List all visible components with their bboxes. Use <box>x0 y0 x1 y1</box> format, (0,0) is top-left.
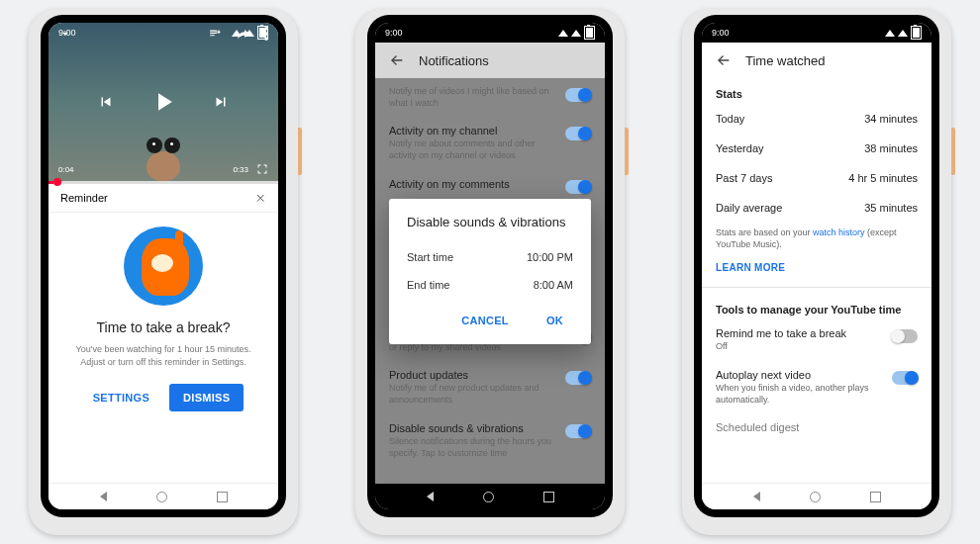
screen-2: 9:00 Notifications Notify me of videos I… <box>375 23 605 509</box>
toggle-switch[interactable] <box>892 371 918 385</box>
close-icon[interactable] <box>254 192 266 204</box>
divider <box>702 287 931 288</box>
notification-row[interactable]: Activity on my comments <box>375 170 605 202</box>
signal-icon <box>245 30 254 37</box>
screen-1: 9:00 0:0 <box>49 23 278 509</box>
toggle-switch[interactable] <box>565 424 591 438</box>
nav-back-icon[interactable] <box>753 492 760 501</box>
toggle-switch[interactable] <box>565 127 591 140</box>
nav-home-icon[interactable] <box>810 492 821 502</box>
notification-row[interactable]: Activity on my channelNotify me about co… <box>375 117 605 169</box>
stats-heading: Stats <box>702 78 931 104</box>
back-icon[interactable] <box>716 52 732 68</box>
notification-row[interactable]: Notify me of videos I might like based o… <box>375 78 605 117</box>
break-illustration <box>124 227 203 306</box>
watch-history-link[interactable]: watch history <box>813 227 865 237</box>
stat-row: Yesterday38 minutes <box>702 134 931 163</box>
break-subtitle: You've been watching for 1 hour 15 minut… <box>75 343 250 368</box>
nav-home-icon[interactable] <box>156 492 167 502</box>
page-title: Time watched <box>745 53 825 68</box>
battery-icon <box>257 26 268 40</box>
nav-recent-icon[interactable] <box>217 492 228 502</box>
signal-icon <box>898 30 908 37</box>
nav-recent-icon[interactable] <box>870 492 881 502</box>
tools-heading: Tools to manage your YouTube time <box>702 294 931 319</box>
status-time: 9:00 <box>385 28 403 38</box>
video-player[interactable]: 0:04 0:33 <box>49 23 278 181</box>
cancel-button[interactable]: CANCEL <box>451 307 519 334</box>
page-header: Time watched <box>702 43 931 78</box>
next-icon[interactable] <box>212 93 230 111</box>
reminder-label: Reminder <box>60 192 108 204</box>
tool-row[interactable]: Autoplay next videoWhen you finish a vid… <box>702 361 931 413</box>
learn-more-link[interactable]: LEARN MORE <box>702 254 931 281</box>
video-progress[interactable] <box>49 181 278 184</box>
end-time-row[interactable]: End time8:00 AM <box>407 271 573 299</box>
status-time: 9:00 <box>712 28 730 38</box>
dismiss-button[interactable]: DISMISS <box>169 384 244 411</box>
phone-mockup-1: 9:00 0:0 <box>29 9 298 535</box>
wifi-icon <box>885 30 895 37</box>
stats-note: Stats are based on your watch history (e… <box>702 223 931 254</box>
previous-icon[interactable] <box>97 93 115 111</box>
tool-row[interactable]: Remind me to take a breakOff <box>702 319 931 361</box>
wifi-icon <box>558 30 568 37</box>
toggle-switch[interactable] <box>892 329 918 343</box>
signal-icon <box>571 30 581 37</box>
dialog-title: Disable sounds & vibrations <box>407 215 573 229</box>
screen-3: 9:00 Time watched Stats Today34 minutes … <box>702 23 931 509</box>
start-time-row[interactable]: Start time10:00 PM <box>407 243 573 271</box>
toggle-switch[interactable] <box>565 180 591 194</box>
ok-button[interactable]: OK <box>537 307 573 334</box>
status-bar: 9:00 <box>49 23 278 43</box>
phone-mockup-3: 9:00 Time watched Stats Today34 minutes … <box>682 9 951 535</box>
nav-home-icon[interactable] <box>483 492 494 502</box>
settings-button[interactable]: SETTINGS <box>83 384 159 411</box>
dialog: Disable sounds & vibrations Start time10… <box>389 199 591 344</box>
video-current-time: 0:04 <box>58 165 74 174</box>
stat-row: Daily average35 minutes <box>702 193 931 223</box>
tool-row[interactable]: Scheduled digest <box>702 413 931 441</box>
android-navbar <box>702 483 931 509</box>
notification-row[interactable]: Disable sounds & vibrationsSilence notif… <box>375 414 605 467</box>
nav-back-icon[interactable] <box>427 492 434 501</box>
content: Stats Today34 minutes Yesterday38 minute… <box>702 78 931 483</box>
nav-recent-icon[interactable] <box>543 492 554 502</box>
stat-row: Today34 minutes <box>702 104 931 134</box>
page-header: Notifications <box>375 43 605 78</box>
notification-row[interactable]: Product updatesNotify me of new product … <box>375 361 605 413</box>
status-time: 9:00 <box>58 28 76 38</box>
stage: 9:00 0:0 <box>0 0 980 544</box>
modal-backdrop[interactable]: Notify me of videos I might like based o… <box>375 78 605 484</box>
phone-mockup-2: 9:00 Notifications Notify me of videos I… <box>355 9 625 535</box>
status-bar: 9:00 <box>375 23 605 43</box>
break-title: Time to take a break? <box>97 319 231 335</box>
toggle-switch[interactable] <box>565 371 591 385</box>
back-icon[interactable] <box>389 52 405 68</box>
fullscreen-icon[interactable] <box>256 163 268 175</box>
stat-row: Past 7 days4 hr 5 minutes <box>702 163 931 193</box>
android-navbar <box>375 484 605 509</box>
status-bar: 9:00 <box>702 23 931 43</box>
toggle-switch[interactable] <box>565 88 591 102</box>
nav-back-icon[interactable] <box>100 492 107 501</box>
play-icon[interactable] <box>148 87 178 117</box>
android-navbar <box>49 483 278 509</box>
wifi-icon <box>232 30 242 37</box>
battery-icon <box>911 26 922 40</box>
page-title: Notifications <box>419 53 489 68</box>
break-card: Time to take a break? You've been watchi… <box>49 213 278 483</box>
video-duration: 0:33 <box>233 165 248 174</box>
battery-icon <box>584 26 595 40</box>
